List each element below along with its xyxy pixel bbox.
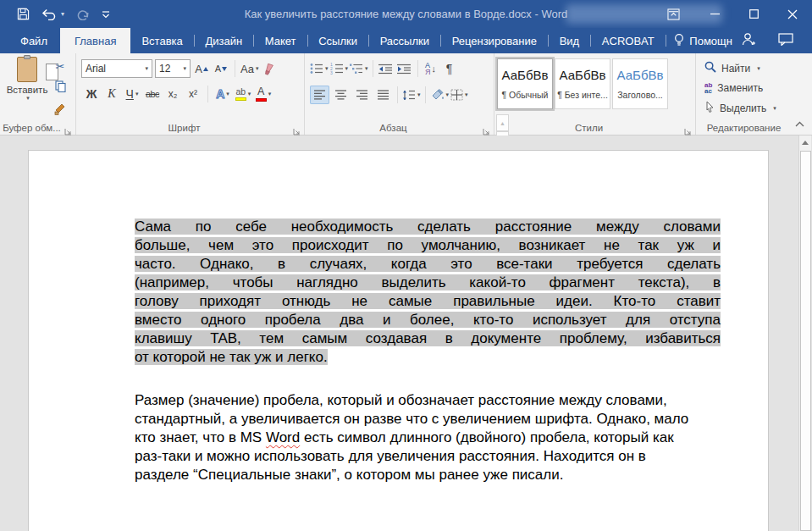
style-heading[interactable]: АаБбВв Заголово... bbox=[612, 58, 668, 109]
font-size-combo[interactable]: 12▾ bbox=[155, 59, 191, 78]
text-effects-button[interactable]: А▾ bbox=[214, 85, 231, 103]
tab-references[interactable]: Ссылки bbox=[307, 28, 368, 53]
group-paragraph: ▾ 123▾ ▾ АЯ↓ ¶ bbox=[305, 53, 494, 135]
text-line[interactable]: Размер (значение) пробела, который и обо… bbox=[135, 391, 721, 410]
sort-button[interactable]: АЯ↓ bbox=[423, 59, 439, 78]
tab-view[interactable]: Вид bbox=[549, 28, 591, 53]
text-line[interactable]: кто знает, что в MS Word есть символ дли… bbox=[135, 429, 721, 447]
cut-icon[interactable]: ✂ bbox=[56, 60, 65, 73]
customize-quick-access-icon[interactable] bbox=[102, 10, 110, 19]
ribbon-tab-row: Файл Главная Вставка Дизайн Макет Ссылки… bbox=[0, 28, 812, 53]
collapse-ribbon-icon[interactable] bbox=[795, 115, 804, 130]
text-line[interactable]: разделе “Специальные знаки”, о котором м… bbox=[135, 466, 721, 484]
tab-mailings[interactable]: Рассылки bbox=[369, 28, 440, 53]
select-button[interactable]: Выделить ▾ bbox=[704, 101, 792, 115]
selected-text-line[interactable]: вместо одного пробела два и более, кто-т… bbox=[135, 312, 721, 328]
change-case-button[interactable]: Aa▾ bbox=[240, 59, 258, 78]
selected-text-line[interactable]: часто. Однако, в случаях, когда это все-… bbox=[135, 256, 721, 272]
save-icon[interactable] bbox=[17, 8, 30, 20]
tab-home-active[interactable]: Главная bbox=[60, 28, 130, 53]
align-center-button[interactable] bbox=[331, 86, 351, 104]
text-line[interactable]: стандартный, а увеличивается он разве чт… bbox=[135, 410, 721, 429]
scrollbar-thumb[interactable] bbox=[800, 151, 811, 531]
paragraph-regular[interactable]: Размер (значение) пробела, который и обо… bbox=[135, 391, 721, 484]
tab-design[interactable]: Дизайн bbox=[194, 28, 253, 53]
clipboard-small-buttons: ✂ bbox=[54, 60, 66, 119]
show-paragraph-marks-button[interactable]: ¶ bbox=[441, 59, 458, 78]
maximize-button[interactable] bbox=[734, 0, 773, 28]
share-person-icon[interactable] bbox=[741, 32, 756, 50]
line-spacing-button[interactable]: ▾ bbox=[402, 86, 421, 104]
comments-icon[interactable] bbox=[778, 33, 793, 49]
multilevel-list-button[interactable]: ▾ bbox=[350, 59, 368, 78]
superscript-button[interactable]: x² bbox=[185, 85, 202, 103]
group-font: Arial▾ 12▾ А А Aa▾ Ж К Ч▾ abc x₂ x² bbox=[76, 53, 305, 135]
selected-text-line[interactable]: Сама по себе необходимость сделать расст… bbox=[135, 218, 721, 235]
increase-indent-button[interactable] bbox=[396, 59, 413, 78]
bold-button[interactable]: Ж bbox=[83, 85, 100, 103]
selected-text-line[interactable]: голову приходят отнюдь не самые правильн… bbox=[135, 293, 721, 309]
underline-button[interactable]: Ч▾ bbox=[124, 85, 141, 103]
vertical-scrollbar[interactable] bbox=[798, 136, 811, 531]
tab-acrobat[interactable]: ACROBAT bbox=[591, 28, 666, 53]
tab-tell-me[interactable]: Помощн bbox=[666, 28, 741, 53]
shading-button[interactable]: ▾ bbox=[430, 86, 450, 104]
text-highlight-button[interactable]: ab▾ bbox=[235, 85, 251, 103]
undo-button[interactable] bbox=[41, 8, 58, 20]
text-line[interactable]: раз-таки и можно использовать для увелич… bbox=[135, 447, 721, 466]
bullets-button[interactable]: ▾ bbox=[310, 59, 329, 78]
tab-file[interactable]: Файл bbox=[8, 28, 60, 53]
font-color-button[interactable]: А▾ bbox=[255, 85, 272, 103]
paragraph-group-label: Абзац bbox=[305, 123, 482, 133]
paste-dropdown-icon[interactable]: ▾ bbox=[26, 95, 30, 102]
font-dialog-launcher-icon[interactable] bbox=[293, 124, 301, 132]
selected-text-line[interactable]: больше, чем это происходит по умолчанию,… bbox=[135, 237, 721, 253]
group-styles: АаБбВв ¶ Обычный АаБбВв ¶ Без инте... Аа… bbox=[494, 53, 696, 135]
replace-button[interactable]: ab ac Заменить bbox=[704, 82, 792, 94]
style-no-spacing[interactable]: АаБбВв ¶ Без инте... bbox=[555, 58, 610, 109]
selected-text-line[interactable]: клавишу TAB, тем самым создавая в докуме… bbox=[135, 330, 721, 346]
styles-dialog-launcher-icon[interactable] bbox=[684, 124, 693, 132]
redo-button bbox=[76, 8, 90, 20]
paragraph-dialog-launcher-icon[interactable] bbox=[483, 124, 491, 132]
tell-me-label: Помощн bbox=[689, 35, 732, 47]
ribbon-display-options-icon[interactable] bbox=[656, 0, 690, 28]
misspelled-word: Word bbox=[266, 429, 300, 445]
clear-formatting-icon[interactable] bbox=[261, 59, 278, 78]
select-cursor-icon bbox=[704, 101, 715, 115]
align-right-button[interactable] bbox=[352, 86, 372, 104]
subscript-button[interactable]: x₂ bbox=[164, 85, 181, 103]
paragraph-selected[interactable]: Сама по себе необходимость сделать расст… bbox=[135, 218, 721, 367]
strikethrough-button[interactable]: abc bbox=[144, 85, 161, 103]
clipboard-dialog-launcher-icon[interactable] bbox=[64, 124, 73, 132]
numbering-button[interactable]: 123▾ bbox=[330, 59, 349, 78]
font-name-combo[interactable]: Arial▾ bbox=[81, 59, 152, 78]
document-page[interactable]: Сама по себе необходимость сделать расст… bbox=[28, 150, 769, 531]
shrink-font-button[interactable]: А bbox=[213, 59, 229, 78]
tab-layout[interactable]: Макет bbox=[254, 28, 307, 53]
format-painter-icon[interactable] bbox=[54, 103, 66, 119]
undo-dropdown-icon[interactable]: ▾ bbox=[61, 10, 64, 18]
align-left-button[interactable] bbox=[310, 86, 329, 104]
decrease-indent-button[interactable] bbox=[378, 59, 395, 78]
group-editing: Найти ▾ ab ac Заменить Выделить ▾ bbox=[696, 53, 792, 135]
grow-font-button[interactable]: А bbox=[193, 59, 210, 78]
tab-insert[interactable]: Вставка bbox=[130, 28, 193, 53]
minimize-button[interactable] bbox=[695, 0, 734, 28]
justify-button[interactable] bbox=[373, 86, 393, 104]
title-bar: ▾ Как увеличить расстояние между словами… bbox=[0, 0, 812, 28]
selected-text-line[interactable]: от которой не так уж и легко. bbox=[135, 349, 328, 365]
scrollbar-up-icon[interactable] bbox=[799, 136, 811, 150]
copy-icon[interactable] bbox=[55, 80, 66, 96]
borders-button[interactable]: ▾ bbox=[450, 86, 468, 104]
paste-button[interactable]: Вставить ▾ bbox=[5, 57, 49, 118]
selected-text-line[interactable]: (например, чтобы наглядно выделить какой… bbox=[135, 274, 721, 290]
find-button[interactable]: Найти ▾ bbox=[704, 61, 792, 75]
document-body: Сама по себе необходимость сделать расст… bbox=[135, 218, 721, 484]
group-clipboard: Вставить ▾ ✂ Буфер обм... bbox=[2, 53, 76, 135]
lightbulb-icon bbox=[674, 33, 684, 49]
tab-review[interactable]: Рецензирование bbox=[441, 28, 548, 53]
style-normal[interactable]: АаБбВв ¶ Обычный bbox=[497, 58, 553, 109]
close-button[interactable] bbox=[773, 0, 812, 28]
italic-button[interactable]: К bbox=[103, 85, 120, 103]
